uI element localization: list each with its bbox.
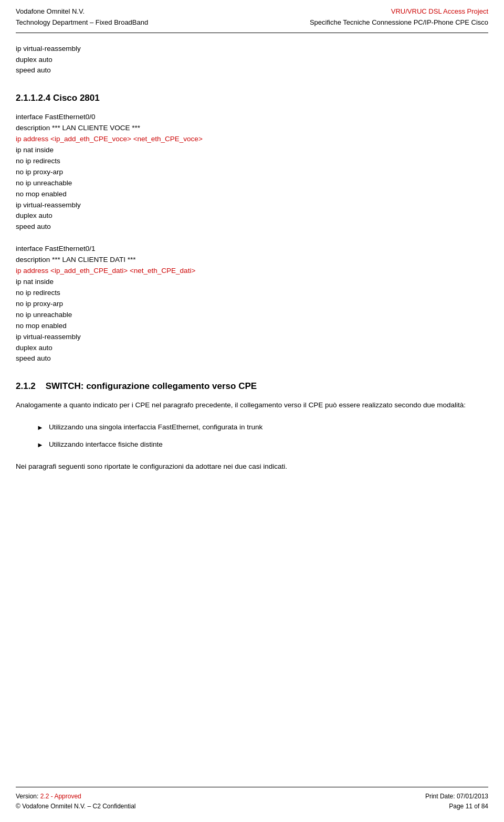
code-line-18: no ip unreachable — [16, 310, 488, 321]
code-line-5: no ip proxy-arp — [16, 167, 488, 178]
bullet-list: ► Utilizzando una singola interfaccia Fa… — [37, 421, 488, 451]
section-2114-heading-text: 2.1.1.2.4 Cisco 2801 — [16, 93, 100, 103]
bullet-text-2: Utilizzando interfacce fisiche distinte — [49, 439, 163, 450]
page-header: Vodafone Omnitel N.V. Technology Departm… — [16, 0, 488, 33]
code-line-16: no ip redirects — [16, 288, 488, 299]
code-line-14: ip address <ip_add_eth_CPE_dati> <net_et… — [16, 266, 488, 277]
section-212-intro: Analogamente a quanto indicato per i CPE… — [16, 400, 488, 411]
code-line-8: ip virtual-reassembly — [16, 200, 488, 211]
code-line-0: interface FastEthernet0/0 — [16, 112, 488, 123]
code-line-9: duplex auto — [16, 210, 488, 222]
code-line-2: ip address <ip_add_eth_CPE_voce> <net_et… — [16, 134, 488, 145]
bullet-item-1: ► Utilizzando una singola interfaccia Fa… — [37, 421, 488, 434]
section-212-heading: 2.1.2 SWITCH: configurazione collegament… — [16, 380, 488, 393]
code-line-12: interface FastEthernet0/1 — [16, 244, 488, 255]
code-line-10: speed auto — [16, 222, 488, 233]
company-name: Vodafone Omnitel N.V. — [16, 6, 148, 17]
code-line-20: ip virtual-reassembly — [16, 332, 488, 343]
code-line-19: no mop enabled — [16, 321, 488, 332]
code-line-1: description *** LAN CLIENTE VOCE *** — [16, 123, 488, 134]
page-footer: Version: 2.2 - Approved © Vodafone Onmit… — [16, 787, 488, 812]
header-left: Vodafone Omnitel N.V. Technology Departm… — [16, 6, 148, 28]
footer-left: Version: 2.2 - Approved © Vodafone Onmit… — [16, 792, 136, 812]
top-code-block: ip virtual-reassembly duplex auto speed … — [16, 44, 488, 77]
bullet-text-1: Utilizzando una singola interfaccia Fast… — [49, 421, 262, 433]
code-line-22: speed auto — [16, 353, 488, 364]
page-content: ip virtual-reassembly duplex auto speed … — [16, 44, 488, 535]
footer-print-date: Print Date: 07/01/2013 — [425, 792, 488, 802]
code-line-15: ip nat inside — [16, 277, 488, 288]
top-code-line-2: duplex auto — [16, 55, 488, 66]
section-212-closing: Nei paragrafi seguenti sono riportate le… — [16, 461, 488, 472]
bullet-arrow-2: ► — [37, 440, 44, 451]
project-title: VRU/VRUC DSL Access Project — [310, 6, 488, 17]
code-line-4: no ip redirects — [16, 156, 488, 167]
code-line-6: no ip unreachable — [16, 178, 488, 189]
code-line-11 — [16, 233, 488, 244]
doc-subtitle: Specifiche Tecniche Connessione PC/IP-Ph… — [310, 17, 488, 28]
section-212-num: 2.1.2 — [16, 381, 36, 391]
header-right: VRU/VRUC DSL Access Project Specifiche T… — [310, 6, 488, 28]
footer-version-label: Version: — [16, 793, 40, 800]
footer-page-info: Page 11 of 84 — [425, 802, 488, 812]
code-line-21: duplex auto — [16, 343, 488, 354]
bullet-item-2: ► Utilizzando interfacce fisiche distint… — [37, 439, 488, 451]
page-container: Vodafone Omnitel N.V. Technology Departm… — [0, 0, 504, 822]
code-line-7: no mop enabled — [16, 189, 488, 200]
bullet-arrow-1: ► — [37, 423, 44, 434]
section-2114-heading: 2.1.1.2.4 Cisco 2801 — [16, 92, 488, 104]
footer-right: Print Date: 07/01/2013 Page 11 of 84 — [425, 792, 488, 812]
code-line-13: description *** LAN CLIENTE DATI *** — [16, 255, 488, 266]
section-2114-code: interface FastEthernet0/0 description **… — [16, 112, 488, 364]
footer-copyright: © Vodafone Onmitel N.V. – C2 Confidentia… — [16, 802, 136, 812]
code-line-3: ip nat inside — [16, 145, 488, 156]
department-name: Technology Department – Fixed BroadBand — [16, 17, 148, 28]
footer-version-value: 2.2 - Approved — [40, 793, 81, 800]
top-code-line-3: speed auto — [16, 65, 488, 76]
section-212-title: SWITCH: configurazione collegamento vers… — [46, 381, 257, 391]
top-code-line-1: ip virtual-reassembly — [16, 44, 488, 55]
code-line-17: no ip proxy-arp — [16, 299, 488, 310]
footer-version-line: Version: 2.2 - Approved — [16, 792, 136, 802]
